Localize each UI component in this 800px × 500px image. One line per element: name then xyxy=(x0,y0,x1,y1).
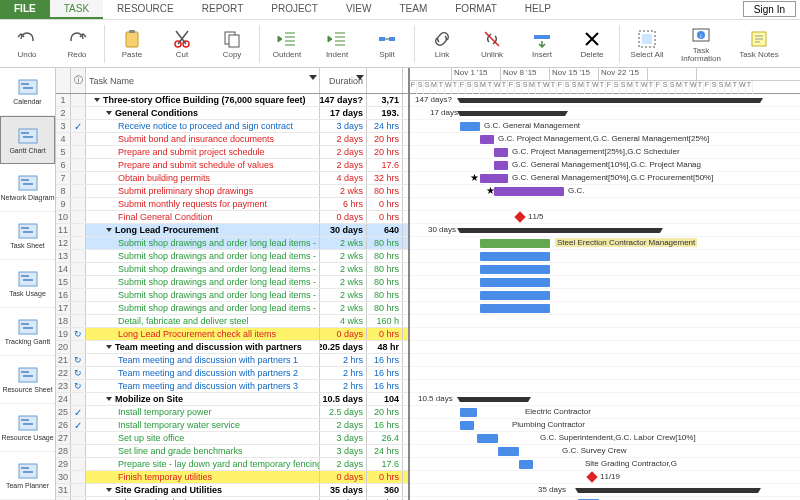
gantt-row[interactable]: 35 days xyxy=(410,484,800,497)
duration-cell[interactable]: 2 days xyxy=(320,458,367,470)
task-name-cell[interactable]: Finish temporay utilities xyxy=(86,471,320,483)
task-name-cell[interactable]: General Conditions xyxy=(86,107,320,119)
task-name-cell[interactable]: Submit shop drawings and order long lead… xyxy=(86,250,320,262)
table-row[interactable]: 7Obtain building permits4 days32 hrs xyxy=(56,172,408,185)
view-resource-usage[interactable]: Resource Usage xyxy=(0,404,55,452)
duration-cell[interactable]: 2 days xyxy=(320,133,367,145)
task-name-cell[interactable]: Long Lead Procurement xyxy=(86,224,320,236)
task-name-cell[interactable]: Detail, fabricate and deliver steel xyxy=(86,315,320,327)
link-button[interactable]: Link xyxy=(417,22,467,66)
table-row[interactable]: 6Prepare and submit schedule of values2 … xyxy=(56,159,408,172)
table-row[interactable]: 19↻Long Lead Procurement check all items… xyxy=(56,328,408,341)
gantt-row[interactable]: 11/5 xyxy=(410,211,800,224)
table-row[interactable]: 12Submit shop drawings and order long le… xyxy=(56,237,408,250)
task-name-cell[interactable]: Team meeting and discussion with partner… xyxy=(86,341,320,353)
duration-cell[interactable]: 2 days xyxy=(320,419,367,431)
duration-cell[interactable]: 30 days xyxy=(320,224,367,236)
gantt-chart[interactable]: Nov 1 '15Nov 8 '15Nov 15 '15Nov 22 '15 F… xyxy=(410,68,800,500)
task-name-cell[interactable]: Submit shop drawings and order long lead… xyxy=(86,237,320,249)
task-name-cell[interactable]: Prepare site - lay down yard and tempora… xyxy=(86,458,320,470)
table-row[interactable]: 4Submit bond and insurance documents2 da… xyxy=(56,133,408,146)
gantt-row[interactable]: 11/19 xyxy=(410,471,800,484)
gantt-row[interactable] xyxy=(410,328,800,341)
duration-cell[interactable]: 2 hrs xyxy=(320,367,367,379)
task-information-button[interactable]: iTask Information xyxy=(672,22,730,66)
redo-button[interactable]: Redo xyxy=(52,22,102,66)
gantt-row[interactable]: G.C. Project Management[25%],G.C Schedul… xyxy=(410,146,800,159)
duration-cell[interactable]: 0 days xyxy=(320,471,367,483)
task-name-cell[interactable]: Submit shop drawings and order long lead… xyxy=(86,302,320,314)
duration-cell[interactable]: 2 wks xyxy=(320,276,367,288)
split-button[interactable]: Split xyxy=(362,22,412,66)
table-row[interactable]: 10Final General Condition0 days0 hrs xyxy=(56,211,408,224)
outdent-button[interactable]: Outdent xyxy=(262,22,312,66)
table-row[interactable]: 9Submit monthly requests for payment6 hr… xyxy=(56,198,408,211)
duration-cell[interactable]: 2 wks xyxy=(320,289,367,301)
col-info[interactable]: ⓘ xyxy=(71,68,86,93)
menu-tab-task[interactable]: TASK xyxy=(50,0,103,19)
table-row[interactable]: 21↻Team meeting and discussion with part… xyxy=(56,354,408,367)
table-row[interactable]: 22↻Team meeting and discussion with part… xyxy=(56,367,408,380)
duration-cell[interactable]: 2 days xyxy=(320,146,367,158)
duration-cell[interactable]: 2.5 days xyxy=(320,406,367,418)
task-name-cell[interactable]: Final General Condition xyxy=(86,211,320,223)
gantt-row[interactable] xyxy=(410,263,800,276)
table-row[interactable]: 13Submit shop drawings and order long le… xyxy=(56,250,408,263)
duration-cell[interactable]: 2 wks xyxy=(320,302,367,314)
table-row[interactable]: 8Submit preliminary shop drawings2 wks80… xyxy=(56,185,408,198)
gantt-row[interactable]: Steel Erection Contractor Management xyxy=(410,237,800,250)
task-name-cell[interactable]: Submit shop drawings and order long lead… xyxy=(86,276,320,288)
gantt-row[interactable] xyxy=(410,367,800,380)
view-tracking-gantt[interactable]: Tracking Gantt xyxy=(0,308,55,356)
table-row[interactable]: 2General Conditions17 days193. xyxy=(56,107,408,120)
duration-cell[interactable]: 6 hrs xyxy=(320,198,367,210)
gantt-row[interactable] xyxy=(410,341,800,354)
duration-cell[interactable]: 2 days xyxy=(320,159,367,171)
table-row[interactable]: 30Finish temporay utilities0 days0 hrs xyxy=(56,471,408,484)
gantt-row[interactable] xyxy=(410,289,800,302)
table-row[interactable]: 27Set up site office3 days26.4 xyxy=(56,432,408,445)
menu-tab-format[interactable]: FORMAT xyxy=(441,0,510,19)
table-row[interactable]: 29Prepare site - lay down yard and tempo… xyxy=(56,458,408,471)
table-row[interactable]: 31Site Grading and Utilities35 days360 xyxy=(56,484,408,497)
table-row[interactable]: 25✓Install temporary power2.5 days20 hrs xyxy=(56,406,408,419)
task-name-cell[interactable]: Team meeting and discussion with partner… xyxy=(86,380,320,392)
gantt-row[interactable]: G.C. Project Management,G.C. General Man… xyxy=(410,133,800,146)
task-name-cell[interactable]: Submit bond and insurance documents xyxy=(86,133,320,145)
table-row[interactable]: 17Submit shop drawings and order long le… xyxy=(56,302,408,315)
duration-cell[interactable]: 10.5 days xyxy=(320,393,367,405)
duration-cell[interactable]: 20.25 days xyxy=(320,341,367,353)
menu-tab-resource[interactable]: RESOURCE xyxy=(103,0,188,19)
duration-cell[interactable]: 4 days xyxy=(320,172,367,184)
duration-cell[interactable]: 147 days? xyxy=(320,94,367,106)
gantt-row[interactable]: G.C. General Management[10%],G.C. Projec… xyxy=(410,159,800,172)
task-name-cell[interactable]: Install temporary water service xyxy=(86,419,320,431)
menu-tab-view[interactable]: VIEW xyxy=(332,0,386,19)
gantt-row[interactable]: ★G.C. General Management[50%],G.C Procur… xyxy=(410,172,800,185)
duration-cell[interactable]: 0 days xyxy=(320,211,367,223)
duration-cell[interactable]: 3 days xyxy=(320,432,367,444)
task-name-cell[interactable]: Long Lead Procurement check all items xyxy=(86,328,320,340)
gantt-row[interactable]: 147 days? xyxy=(410,94,800,107)
gantt-row[interactable]: G.C. General Management xyxy=(410,120,800,133)
col-duration[interactable]: Duration xyxy=(320,68,367,93)
table-row[interactable]: 16Submit shop drawings and order long le… xyxy=(56,289,408,302)
view-team-planner[interactable]: Team Planner xyxy=(0,452,55,500)
gantt-row[interactable] xyxy=(410,354,800,367)
unlink-button[interactable]: Unlink xyxy=(467,22,517,66)
gantt-row[interactable]: Site Grading Contractor,G xyxy=(410,458,800,471)
table-row[interactable]: 1Three-story Office Building (76,000 squ… xyxy=(56,94,408,107)
task-name-cell[interactable]: Set line and grade benchmarks xyxy=(86,445,320,457)
select-all-button[interactable]: Select All xyxy=(622,22,672,66)
task-name-cell[interactable]: Mobilize on Site xyxy=(86,393,320,405)
duration-cell[interactable]: 4 wks xyxy=(320,315,367,327)
col-task-name[interactable]: Task Name xyxy=(86,68,320,93)
file-menu[interactable]: FILE xyxy=(0,0,50,19)
duration-cell[interactable]: 2 wks xyxy=(320,185,367,197)
task-name-cell[interactable]: Install temporary power xyxy=(86,406,320,418)
table-row[interactable]: 15Submit shop drawings and order long le… xyxy=(56,276,408,289)
table-row[interactable]: 14Submit shop drawings and order long le… xyxy=(56,263,408,276)
duration-cell[interactable]: 2 wks xyxy=(320,237,367,249)
menu-tab-project[interactable]: PROJECT xyxy=(257,0,332,19)
view-calendar[interactable]: Calendar xyxy=(0,68,55,116)
